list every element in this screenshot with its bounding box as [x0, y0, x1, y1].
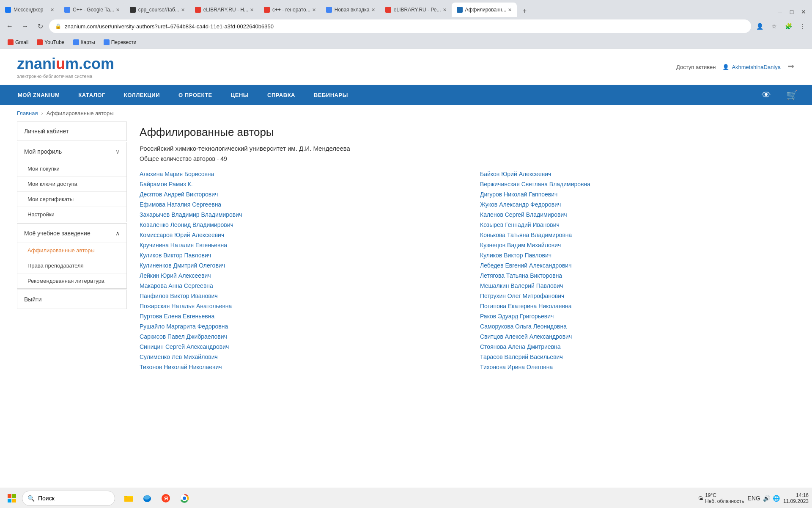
tab-close-cpp-google[interactable]: ✕: [116, 7, 120, 13]
tab-close-new-tab[interactable]: ✕: [371, 7, 375, 13]
author-link[interactable]: Тихонов Николай Николаевич: [140, 363, 455, 371]
tab-elibrary2[interactable]: eLIBRARY.RU - Ре... ✕: [380, 3, 452, 17]
sidebar-my-keys[interactable]: Мои ключи доступа: [17, 176, 126, 191]
author-link[interactable]: Раков Эдуард Григорьевич: [480, 312, 795, 320]
author-link[interactable]: Саркисов Павел Джибраелович: [140, 332, 455, 341]
author-link[interactable]: Дигуров Николай Гаппоевич: [480, 190, 795, 199]
nav-prices[interactable]: ЦЕНЫ: [222, 85, 258, 105]
sidebar-logout[interactable]: Выйти: [17, 290, 127, 309]
start-button[interactable]: [3, 490, 20, 507]
nav-help[interactable]: СПРАВКА: [258, 85, 304, 105]
author-link[interactable]: Синицин Сергей Александрович: [140, 342, 455, 351]
taskbar-chrome[interactable]: [176, 490, 193, 507]
author-link[interactable]: Каленов Сергей Владимирович: [480, 210, 795, 219]
sidebar-personal-account[interactable]: Личный кабинет: [17, 121, 127, 141]
nav-about[interactable]: О ПРОЕКТЕ: [169, 85, 222, 105]
author-link[interactable]: Кузнецов Вадим Михайлович: [480, 241, 795, 249]
bookmark-youtube[interactable]: YouTube: [33, 38, 68, 47]
author-link[interactable]: Свитцов Алексей Александрович: [480, 332, 795, 341]
taskbar-search-box[interactable]: 🔍 Поиск: [22, 491, 115, 506]
extensions-icon[interactable]: 🧩: [782, 20, 794, 32]
author-link[interactable]: Лейкин Юрий Алексеевич: [140, 271, 455, 280]
sidebar-recommended-lit[interactable]: Рекомендованная литература: [17, 273, 126, 288]
sidebar-my-purchases[interactable]: Мои покупки: [17, 161, 126, 176]
taskbar-file-explorer[interactable]: [120, 490, 137, 507]
logout-icon[interactable]: ⮕: [787, 63, 795, 72]
author-link[interactable]: Кулиненков Дмитрий Олегович: [140, 261, 455, 270]
user-info[interactable]: 👤 AkhmetshinaDaniya: [722, 64, 781, 70]
author-link[interactable]: Захарычев Владимир Владимирович: [140, 210, 455, 219]
eye-icon[interactable]: 👁: [756, 86, 777, 105]
author-link[interactable]: Тарасов Валерий Васильевич: [480, 353, 795, 361]
profile-icon[interactable]: 👤: [754, 20, 765, 32]
back-button[interactable]: ←: [3, 20, 16, 33]
author-link[interactable]: Десятов Андрей Викторович: [140, 190, 455, 199]
author-link[interactable]: Сулименко Лев Михайлович: [140, 353, 455, 361]
author-link[interactable]: Панфилов Виктор Иванович: [140, 292, 455, 300]
author-link[interactable]: Комиссаров Юрий Алексеевич: [140, 231, 455, 239]
author-link[interactable]: Мешалкин Валерий Павлович: [480, 282, 795, 290]
author-link[interactable]: Вержичинская Светлана Владимировна: [480, 180, 795, 188]
author-link[interactable]: Конькова Татьяна Владимировна: [480, 231, 795, 239]
tab-cpp-google[interactable]: C++ - Google Ta... ✕: [59, 3, 125, 17]
new-tab-button[interactable]: +: [518, 5, 530, 17]
tab-close-cpp-course[interactable]: ✕: [181, 7, 185, 13]
forward-button[interactable]: →: [19, 20, 31, 33]
author-link[interactable]: Саморукова Ольга Леонидовна: [480, 322, 795, 331]
tab-new-tab[interactable]: Новая вкладка ✕: [321, 3, 380, 17]
taskbar-volume-icon[interactable]: 🔊: [763, 495, 770, 502]
sidebar-edu-header[interactable]: Моё учебное заведение ∧: [17, 224, 126, 243]
author-link[interactable]: Байков Юрий Алексеевич: [480, 170, 795, 178]
author-link[interactable]: Макарова Анна Сергеевна: [140, 282, 455, 290]
taskbar-yandex[interactable]: Я: [157, 490, 174, 507]
tab-close-znaniun[interactable]: ✕: [508, 7, 512, 13]
minimize-button[interactable]: ─: [775, 7, 785, 17]
author-link[interactable]: Потапова Екатерина Николаевна: [480, 302, 795, 310]
nav-my-znaniun[interactable]: МОЙ ZNANIUM: [8, 85, 69, 105]
breadcrumb-home[interactable]: Главная: [17, 110, 38, 116]
sidebar-my-profile-header[interactable]: Мой профиль ∨: [17, 142, 126, 161]
tab-elibrary1[interactable]: eLIBRARY.RU - Н... ✕: [190, 3, 259, 17]
author-link[interactable]: Кручинина Наталия Евгеньевна: [140, 241, 455, 249]
tab-close-cpp-gen[interactable]: ✕: [312, 7, 316, 13]
sidebar-teacher-rights[interactable]: Права преподавателя: [17, 258, 126, 273]
tab-cpp-gen[interactable]: c++ - генерато... ✕: [259, 3, 321, 17]
taskbar-network-icon[interactable]: 🌐: [773, 495, 780, 502]
reload-button[interactable]: ↻: [34, 20, 47, 33]
taskbar-edge[interactable]: [139, 490, 156, 507]
author-link[interactable]: Петрухин Олег Митрофанович: [480, 292, 795, 300]
author-link[interactable]: Пуртова Елена Евгеньевна: [140, 312, 455, 320]
tab-close-messenger[interactable]: ✕: [50, 7, 54, 13]
tab-close-elibrary2[interactable]: ✕: [443, 7, 447, 13]
bookmark-maps[interactable]: Карты: [70, 38, 99, 47]
nav-webinars[interactable]: ВЕБИНАРЫ: [304, 85, 357, 105]
tab-znaniun-active[interactable]: Аффилированн... ✕: [452, 3, 517, 17]
taskbar-lang[interactable]: ENG: [748, 495, 760, 502]
author-link[interactable]: Лебедев Евгений Александрович: [480, 261, 795, 270]
bookmark-gmail[interactable]: Gmail: [4, 38, 32, 47]
cart-icon[interactable]: 🛒: [780, 86, 804, 105]
author-link[interactable]: Стоянова Алена Дмитриевна: [480, 342, 795, 351]
author-link[interactable]: Козырев Геннадий Иванович: [480, 221, 795, 229]
star-icon[interactable]: ☆: [768, 20, 780, 32]
author-link[interactable]: Куликов Виктор Павлович: [480, 251, 795, 260]
author-link[interactable]: Пожарская Наталья Анатольевна: [140, 302, 455, 310]
close-window-button[interactable]: ✕: [798, 7, 809, 17]
author-link[interactable]: Тихонова Ирина Олеговна: [480, 363, 795, 371]
author-link[interactable]: Алехина Мария Борисовна: [140, 170, 455, 178]
author-link[interactable]: Байрамов Рамиз К.: [140, 180, 455, 188]
author-link[interactable]: Летягова Татьяна Викторовна: [480, 271, 795, 280]
author-link[interactable]: Рушайло Маргарита Федоровна: [140, 322, 455, 331]
more-options-icon[interactable]: ⋮: [797, 20, 809, 32]
sidebar-my-certs[interactable]: Мои сертификаты: [17, 191, 126, 207]
author-link[interactable]: Коваленко Леонид Владимирович: [140, 221, 455, 229]
sidebar-affiliated-authors[interactable]: Аффилированные авторы: [17, 243, 126, 258]
author-link[interactable]: Куликов Виктор Павлович: [140, 251, 455, 260]
tab-cpp-course[interactable]: cpp_course/Лаб... ✕: [125, 3, 190, 17]
tab-messenger[interactable]: Мессенджер ✕: [0, 3, 59, 17]
author-link[interactable]: Жуков Александр Федорович: [480, 200, 795, 209]
tab-close-elibrary1[interactable]: ✕: [250, 7, 254, 13]
bookmark-translate[interactable]: Перевести: [100, 38, 140, 47]
maximize-button[interactable]: □: [787, 7, 797, 17]
address-bar[interactable]: 🔒 znanium.com/user/university-authors?ur…: [49, 19, 751, 33]
